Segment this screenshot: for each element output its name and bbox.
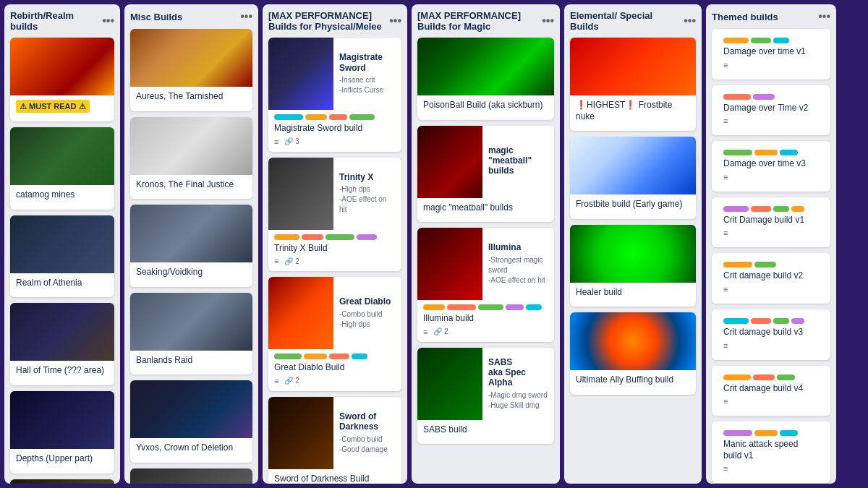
card-meta-manic-v1: ≡	[723, 464, 819, 473]
card-meta-icon: ≡	[723, 116, 728, 125]
label	[357, 234, 377, 240]
card-tarnished-area[interactable]: Tarnished Auruea (???? area)	[10, 479, 114, 484]
label	[723, 150, 752, 155]
weapon-desc-diablo: -Combo build -High dps	[339, 309, 391, 330]
card-dot-v2[interactable]: Damage over Time v2≡	[712, 85, 830, 136]
card-frostbite-build[interactable]: Frostbite build (Early game)	[570, 137, 696, 219]
column-menu-rebirth[interactable]: •••	[102, 14, 114, 27]
card-title-hall: Hall of Time (??? area)	[16, 365, 109, 377]
column-title-misc: Misc Builds	[130, 12, 182, 22]
card-body-athenia: Realm of Athenia	[10, 273, 114, 298]
card-image-depths	[10, 391, 114, 449]
card-labels-crit-v2	[723, 262, 819, 267]
card-sabs[interactable]: SABS aka Spec Alpha-Magic dmg sword -Hug…	[417, 348, 554, 445]
card-dot-v1[interactable]: Damage over time v1≡	[712, 29, 830, 80]
label	[329, 114, 347, 120]
card-chronobonum[interactable]: Chronobonum, Everangel Lv 10T	[130, 468, 252, 484]
card-body-crit-v3: Crit damage build v3≡	[718, 314, 825, 356]
card-meta-crit-v4: ≡	[723, 397, 819, 406]
card-body-dot-v2: Damage over Time v2≡	[718, 90, 825, 132]
card-footer-magistrate: Magistrate Sword build≡🔗 3	[268, 110, 401, 152]
column-menu-magic[interactable]: •••	[542, 14, 554, 27]
card-must-read[interactable]: ⚠ MUST READ ⚠	[10, 38, 114, 121]
card-banlands[interactable]: Banlands Raid	[130, 293, 252, 375]
card-title-crit-v1: Crit Damage build v1	[723, 215, 819, 226]
card-crit-v2[interactable]: Crit damage build v2≡	[712, 253, 830, 304]
card-body-yvxos: Yvxos, Crown of Deletion	[130, 438, 252, 463]
card-trinity[interactable]: Trinity X-High dps -AOE effect on hitTri…	[268, 158, 401, 272]
label	[791, 206, 804, 212]
card-title-crit-v3: Crit damage build v3	[723, 327, 819, 338]
card-aureus[interactable]: Aureus, The Tarnished	[130, 29, 252, 111]
card-meta-icon: ≡	[723, 285, 728, 294]
card-body-hall: Hall of Time (??? area)	[10, 361, 114, 385]
column-menu-themed[interactable]: •••	[818, 10, 830, 23]
card-footer-sabs: SABS build	[417, 420, 554, 445]
card-yvxos[interactable]: Yvxos, Crown of Deletion	[130, 380, 252, 463]
card-title-banlands: Banlands Raid	[136, 355, 247, 367]
card-athenia[interactable]: Realm of Athenia	[10, 215, 114, 298]
column-elemental: Elemental/ Special Builds•••❗HIGHEST❗ Fr…	[564, 4, 702, 484]
card-ally-buffing[interactable]: Ultimate Ally Buffing build	[570, 312, 696, 395]
column-menu-physical[interactable]: •••	[389, 14, 401, 27]
label	[780, 430, 798, 436]
card-healer[interactable]: Healer build	[570, 225, 696, 307]
card-darkness[interactable]: Sword of Darkness-Combo build -Good dama…	[268, 397, 401, 484]
label	[723, 38, 749, 43]
card-crit-v4[interactable]: Crit damage build v4≡	[712, 366, 830, 416]
column-menu-misc[interactable]: •••	[240, 10, 252, 23]
label	[302, 234, 323, 240]
card-text-darkness: Sword of Darkness-Combo build -Good dama…	[333, 397, 401, 469]
label	[274, 114, 303, 120]
card-seaking[interactable]: Seaking/Voidking	[130, 205, 252, 287]
card-crit-v3[interactable]: Crit damage build v3≡	[712, 309, 830, 360]
card-title-crit-v2: Crit damage build v2	[723, 270, 819, 282]
weapon-desc-magistrate: -Insane crit -Inflicts Curse	[339, 75, 396, 95]
card-title-poisonball: PoisonBall Build (aka sickburn)	[423, 100, 548, 111]
column-header-magic: [MAX PERFORMANCE] Builds for Magic•••	[417, 10, 554, 32]
card-meta-icon: ≡	[423, 328, 427, 336]
card-magistrate[interactable]: Magistrate Sword-Insane crit -Inflicts C…	[268, 38, 401, 152]
card-body-dot-v1: Damage over time v1≡	[718, 33, 825, 75]
column-header-rebirth: Rebirth/Realm builds•••	[10, 10, 114, 32]
card-dot-v3[interactable]: Damage over time v3≡	[712, 141, 830, 192]
card-title-magistrate: Magistrate Sword build	[274, 123, 396, 134]
card-diablo[interactable]: Great Diablo-Combo build -High dpsGreat …	[268, 277, 401, 391]
card-title-catamog: catamog mines	[16, 189, 109, 201]
weapon-name-darkness: Sword of Darkness	[339, 411, 396, 432]
card-body-frostbite-nuke: ❗HIGHEST❗ Frostbite nuke	[570, 95, 696, 131]
card-depths[interactable]: Depths (Upper part)	[10, 391, 114, 474]
card-manic-v1[interactable]: Manic attack speed build v1≡	[712, 421, 830, 483]
card-image-tarnished-area	[10, 479, 114, 484]
card-body-frostbite-build: Frostbite build (Early game)	[570, 194, 696, 219]
weapon-name-trinity: Trinity X	[339, 172, 396, 182]
card-image-ally-buffing	[570, 312, 696, 370]
card-meta-trinity: ≡🔗 2	[274, 257, 396, 265]
card-image-magistrate	[268, 38, 333, 110]
card-crit-v1[interactable]: Crit Damage build v1≡	[712, 197, 830, 248]
card-title-meatball: magic "meatball" builds	[423, 202, 548, 214]
card-meta-icon: ≡	[723, 464, 728, 473]
card-text-diablo: Great Diablo-Combo build -High dps	[333, 277, 396, 349]
label	[754, 262, 776, 267]
column-menu-elemental[interactable]: •••	[684, 14, 696, 27]
card-title-must-read: ⚠ MUST READ ⚠	[16, 100, 109, 113]
card-kronos[interactable]: Kronos, The Final Justice	[130, 117, 252, 200]
label	[791, 318, 804, 324]
label	[506, 304, 524, 310]
card-title-depths: Depths (Upper part)	[16, 453, 109, 465]
card-frostbite-nuke[interactable]: ❗HIGHEST❗ Frostbite nuke	[570, 38, 696, 131]
card-illumina[interactable]: Illumina-Strongest magic sword -AOE effe…	[417, 228, 554, 342]
card-hall[interactable]: Hall of Time (??? area)	[10, 303, 114, 385]
card-catamog[interactable]: catamog mines	[10, 127, 114, 210]
column-header-misc: Misc Builds•••	[130, 10, 252, 23]
card-meta-icon: ≡	[723, 173, 728, 181]
card-image-yvxos	[130, 380, 252, 438]
column-title-rebirth: Rebirth/Realm builds	[10, 10, 102, 32]
card-footer-darkness: Sword of Darkness Build	[268, 469, 401, 484]
card-labels-illumina	[423, 304, 548, 310]
card-body-banlands: Banlands Raid	[130, 351, 252, 375]
card-poisonball[interactable]: PoisonBall Build (aka sickburn)	[417, 38, 554, 120]
card-body-crit-v2: Crit damage build v2≡	[718, 257, 825, 299]
card-meatball[interactable]: magic "meatball" buildsmagic "meatball" …	[417, 126, 554, 223]
